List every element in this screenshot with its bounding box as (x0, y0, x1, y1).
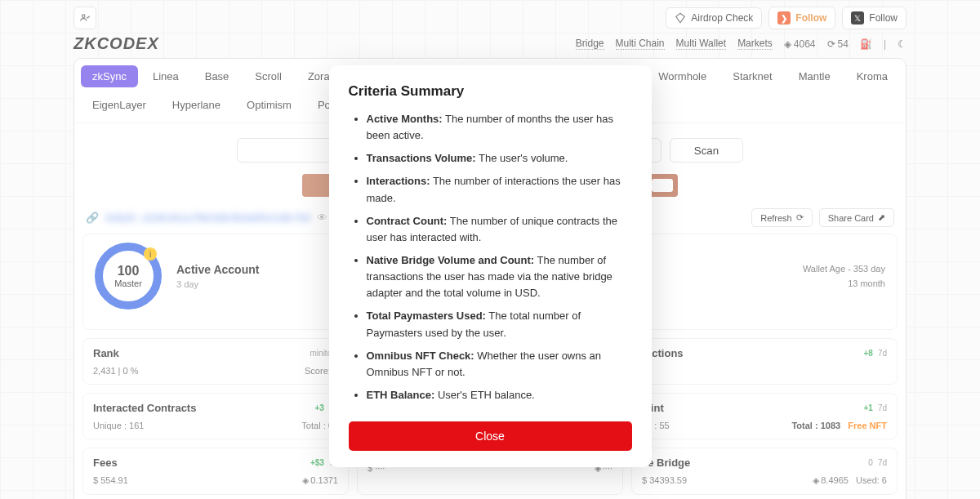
criteria-item: Active Months: The number of months the … (367, 111, 632, 144)
modal-backdrop[interactable]: Criteria Summary Active Months: The numb… (0, 0, 980, 499)
criteria-item: Contract Count: The number of unique con… (367, 213, 632, 246)
modal-title: Criteria Summary (349, 83, 632, 100)
criteria-item: Omnibus NFT Check: Whether the user owns… (367, 348, 632, 381)
close-button[interactable]: Close (349, 421, 632, 451)
criteria-list: Active Months: The number of months the … (349, 111, 632, 403)
criteria-item: ETH Balance: User's ETH balance. (367, 387, 632, 403)
criteria-item: Transactions Volume: The user's volume. (367, 150, 632, 167)
criteria-modal: Criteria Summary Active Months: The numb… (329, 65, 652, 467)
criteria-item: Total Paymasters Used: The total number … (367, 308, 632, 341)
criteria-item: Native Bridge Volume and Count: The numb… (367, 252, 632, 301)
criteria-item: Interactions: The number of interactions… (367, 173, 632, 206)
